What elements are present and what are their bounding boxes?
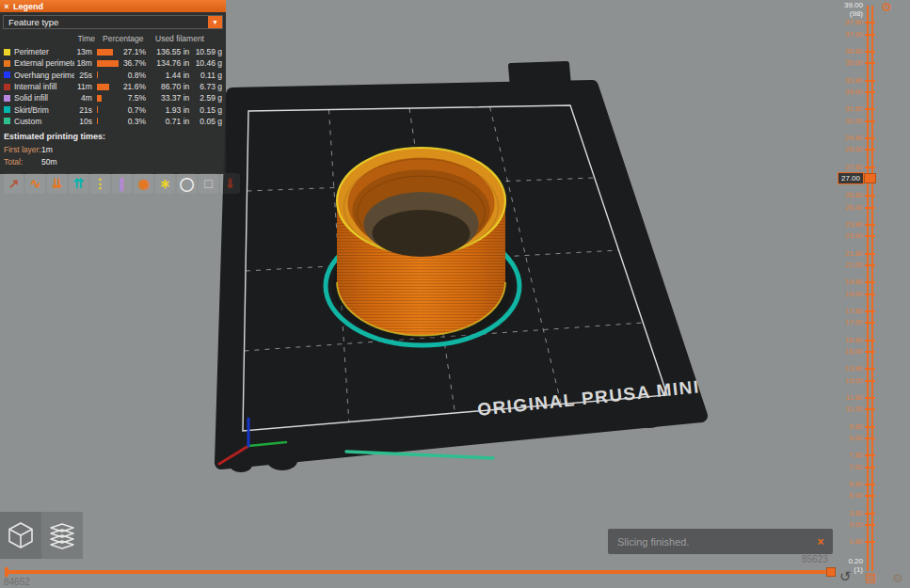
column-time: Time bbox=[76, 34, 95, 43]
layer-tick bbox=[865, 62, 875, 64]
layer-tick-label: 17.80 bbox=[835, 308, 863, 315]
feature-color-swatch bbox=[4, 95, 10, 102]
feature-percent: 21.6% bbox=[120, 82, 146, 91]
column-percentage: Percentage bbox=[95, 34, 153, 43]
layer-tick bbox=[865, 235, 875, 237]
feature-weight: 2.59 g bbox=[189, 93, 222, 103]
layer-tick-label: 33.80 bbox=[835, 77, 863, 85]
layer-tick bbox=[865, 351, 875, 353]
feature-length: 0.71 in bbox=[146, 117, 189, 126]
feature-length: 1.44 in bbox=[146, 71, 189, 80]
chevron-down-icon[interactable]: ▼ bbox=[208, 16, 222, 28]
column-used-filament: Used filament bbox=[153, 34, 222, 43]
retractions-icon[interactable]: ⇊ bbox=[47, 173, 67, 194]
gcode-preview-window: ORIGINAL PRUSA MINI bbox=[0, 0, 910, 588]
preferences-gear-icon[interactable]: ⚙ bbox=[892, 572, 903, 585]
printed-object[interactable] bbox=[326, 148, 519, 345]
shells-icon[interactable]: ◯ bbox=[177, 173, 197, 194]
move-slider-left-handle[interactable] bbox=[5, 567, 8, 577]
move-slider-right-handle[interactable] bbox=[826, 567, 836, 577]
tool-marker-icon[interactable]: □ bbox=[199, 173, 218, 194]
legend-header[interactable]: × Legend bbox=[0, 0, 226, 12]
feature-color-swatch bbox=[4, 72, 10, 78]
layer-tick-label: 1.80 bbox=[835, 538, 863, 546]
legend-title: Legend bbox=[13, 2, 43, 11]
legend-feature-row[interactable]: External perimeter18m36.7%134.76 in10.46… bbox=[0, 57, 226, 69]
feature-percent-bar bbox=[97, 95, 120, 102]
move-slider-left-value: 84652 bbox=[4, 577, 30, 587]
move-slider-right-value: 85623 bbox=[802, 554, 828, 564]
seams-icon[interactable]: ⋮ bbox=[90, 173, 110, 194]
layer-slider-max-layer: (98) bbox=[835, 9, 863, 18]
feature-color-swatch bbox=[4, 84, 10, 90]
layer-tick-label: 27.80 bbox=[835, 164, 863, 171]
estimated-times-title: Estimated printing times: bbox=[0, 127, 226, 143]
layer-tick bbox=[865, 207, 875, 209]
layer-tick-label: 13.80 bbox=[835, 365, 863, 373]
feature-time: 10s bbox=[74, 117, 92, 126]
feature-name: Skirt/Brim bbox=[14, 105, 74, 115]
layers-icon bbox=[47, 520, 77, 550]
feature-name: Perimeter bbox=[14, 47, 74, 56]
feature-weight: 10.59 g bbox=[189, 47, 222, 56]
layer-tick bbox=[865, 340, 875, 342]
feature-time: 13m bbox=[74, 47, 92, 56]
legend-feature-row[interactable]: Overhang perimeter25s0.8%1.44 in0.11 g bbox=[0, 70, 226, 81]
move-slider-track[interactable] bbox=[8, 570, 834, 574]
layer-tick-label: 35.00 bbox=[835, 59, 863, 67]
layer-slider[interactable]: 39.00 (98) ⚙ 27.00 0.20 (1) 37.8037.0035… bbox=[835, 0, 910, 588]
layer-tick-label: 7.00 bbox=[835, 464, 863, 471]
layer-tick-label: 23.80 bbox=[835, 221, 863, 229]
reset-view-icon[interactable]: ↺ bbox=[839, 570, 852, 583]
layer-tick-label: 11.80 bbox=[835, 394, 863, 402]
first-layer-time-row: First layer: 1m bbox=[0, 143, 226, 155]
layer-tick-label: 9.00 bbox=[835, 435, 863, 442]
legend-table-header: Time Percentage Used filament bbox=[0, 32, 226, 46]
legend-feature-row[interactable]: Solid infill4m7.5%33.37 in2.59 g bbox=[0, 92, 226, 103]
feature-time: 11m bbox=[74, 82, 92, 91]
layer-tick bbox=[865, 195, 875, 197]
cube-3d-icon bbox=[6, 520, 36, 550]
close-icon[interactable]: × bbox=[0, 2, 13, 11]
travel-icon[interactable]: ↗ bbox=[4, 173, 24, 194]
layer-tick-label: 15.00 bbox=[835, 348, 863, 356]
layer-tick bbox=[865, 281, 875, 283]
view-type-dropdown[interactable]: Feature type ▼ bbox=[3, 15, 223, 29]
layer-tick bbox=[865, 524, 875, 526]
feature-length: 33.37 in bbox=[146, 93, 189, 103]
layer-tick bbox=[865, 137, 875, 139]
layer-tick-label: 21.00 bbox=[835, 262, 863, 269]
gear-icon[interactable]: ⚙ bbox=[881, 0, 892, 14]
legend-toggle-icon[interactable]: ⇓ bbox=[220, 173, 240, 194]
legend-doc-icon[interactable]: ▤ bbox=[865, 571, 876, 584]
feature-percent-bar bbox=[97, 106, 120, 113]
legend-feature-row[interactable]: Perimeter13m27.1%136.55 in10.59 g bbox=[0, 46, 226, 57]
legend-feature-row[interactable]: Skirt/Brim21s0.7%1.93 in0.15 g bbox=[0, 103, 226, 115]
feature-percent: 7.5% bbox=[120, 93, 146, 103]
custom-gcodes-icon[interactable]: ∗ bbox=[155, 173, 175, 194]
layer-tick-label: 37.80 bbox=[835, 19, 863, 26]
layer-tick-label: 25.00 bbox=[835, 204, 863, 212]
wipe-icon[interactable]: ∿ bbox=[25, 173, 45, 194]
feature-percent: 27.1% bbox=[120, 47, 146, 56]
feature-percent: 0.7% bbox=[120, 105, 146, 115]
layer-tick bbox=[865, 397, 875, 399]
legend-feature-row[interactable]: Custom10s0.3%0.71 in0.05 g bbox=[0, 116, 226, 127]
layer-tick bbox=[865, 253, 875, 255]
layer-slider-max-height: 39.00 bbox=[835, 1, 863, 9]
move-slider[interactable]: 85623 84652 bbox=[0, 550, 838, 588]
feature-length: 86.70 in bbox=[146, 82, 189, 91]
feature-weight: 0.05 g bbox=[189, 117, 222, 126]
layer-tick-label: 5.80 bbox=[835, 481, 863, 488]
first-layer-label: First layer: bbox=[4, 145, 41, 154]
tool-changes-icon[interactable]: ∥ bbox=[112, 173, 132, 194]
layer-slider-handle[interactable] bbox=[864, 173, 876, 183]
close-icon[interactable]: × bbox=[808, 535, 833, 548]
feature-weight: 0.11 g bbox=[189, 71, 222, 80]
color-changes-icon[interactable]: ◉ bbox=[134, 173, 153, 194]
layer-tick bbox=[865, 294, 875, 295]
deretractions-icon[interactable]: ⇈ bbox=[69, 173, 88, 194]
layer-tick-label: 29.00 bbox=[835, 146, 863, 153]
layer-tick-label: 19.80 bbox=[835, 278, 863, 286]
legend-feature-row[interactable]: Internal infill11m21.6%86.70 in6.73 g bbox=[0, 81, 226, 92]
